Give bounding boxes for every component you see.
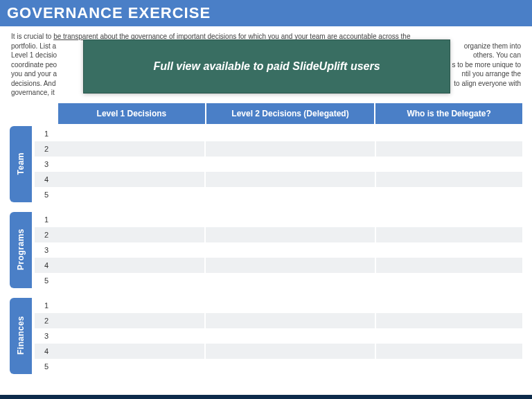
cell [376,313,522,328]
table-rows [58,298,522,374]
intro-frag: s to be more unique to [452,60,521,70]
cell [206,273,374,288]
intro-frag: Level 1 decisio [11,51,57,59]
intro-frag: ntil you arrange the [461,69,521,79]
cell [58,258,204,273]
cell [206,212,374,227]
row-number: 4 [35,172,58,187]
side-tab-label: Finances [16,316,26,355]
page-title: GOVERNANCE EXERCISE [0,0,532,28]
cell [376,227,522,242]
cell [58,126,204,141]
row-number-column: 1 2 3 4 5 [35,298,58,374]
cell [206,187,374,202]
header-spacer [10,103,58,124]
cell [58,212,204,227]
table-row [58,328,522,344]
row-number: 2 [35,313,58,328]
table-row [58,227,522,242]
table-row [58,359,522,374]
cell [58,242,204,258]
table-row [58,126,522,141]
cell [58,187,204,202]
cell [58,313,204,328]
cell [58,359,204,374]
cell [376,242,522,258]
cell [206,242,374,258]
cell [58,157,204,172]
table-row [58,273,522,288]
col-header-delegate: Who is the Delegate? [375,103,522,124]
table-header-row: Level 1 Decisions Level 2 Decisions (Del… [10,103,522,124]
cell [376,258,522,273]
row-number: 5 [35,273,58,288]
row-number: 1 [35,212,58,227]
cell [376,141,522,157]
cell [376,126,522,141]
col-header-level1: Level 1 Decisions [58,103,205,124]
cell [58,141,204,157]
cell [206,313,374,328]
intro-text: It is crucial to [11,33,53,40]
intro-frag: you and your a [11,70,57,78]
table-rows [58,212,522,288]
cell [206,258,374,273]
intro-frag: organize them into [464,42,521,51]
cell [206,227,374,242]
row-number: 4 [35,258,58,273]
row-number: 2 [35,227,58,242]
col-header-level2: Level 2 Decisions (Delegated) [206,103,374,124]
cell [376,344,522,359]
table-row [58,141,522,157]
table-row [58,344,522,359]
cell [58,273,204,288]
table-row [58,212,522,227]
section-team: Team 1 2 3 4 5 [10,126,522,202]
side-tab-label: Team [16,152,26,175]
row-number: 1 [35,298,58,313]
paywall-message: Full view available to paid SlideUplift … [153,60,380,73]
cell [206,344,374,359]
cell [376,212,522,227]
cell [376,273,522,288]
table-row [58,172,522,187]
cell [206,328,374,344]
cell [58,172,204,187]
row-number: 3 [35,242,58,258]
cell [376,157,522,172]
row-number: 3 [35,328,58,344]
intro-frag: others. You can [473,51,521,60]
cell [376,187,522,202]
cell [376,172,522,187]
cell [58,328,204,344]
table-row [58,157,522,172]
cell [376,359,522,374]
cell [58,344,204,359]
footer-strip [0,395,532,399]
row-number-column: 1 2 3 4 5 [35,212,58,288]
cell [206,126,374,141]
row-number: 5 [35,187,58,202]
intro-frag: decisions. And [11,80,56,87]
cell [58,298,204,313]
intro-frag: portfolio. List a [11,42,56,50]
row-number: 4 [35,344,58,359]
side-tab-team: Team [10,126,32,202]
side-tab-finances: Finances [10,298,32,374]
side-tab-label: Programs [16,229,26,270]
slide-page: GOVERNANCE EXERCISE It is crucial to be … [0,0,532,399]
row-number: 3 [35,157,58,172]
table-row [58,313,522,328]
cell [58,227,204,242]
table-row [58,242,522,258]
cell [376,328,522,344]
section-programs: Programs 1 2 3 4 5 [10,212,522,288]
side-tab-programs: Programs [10,212,32,288]
cell [206,157,374,172]
cell [206,141,374,157]
paywall-overlay: Full view available to paid SlideUplift … [83,39,450,94]
cell [376,298,522,313]
cell [206,298,374,313]
table-row [58,298,522,313]
table-rows [58,126,522,202]
